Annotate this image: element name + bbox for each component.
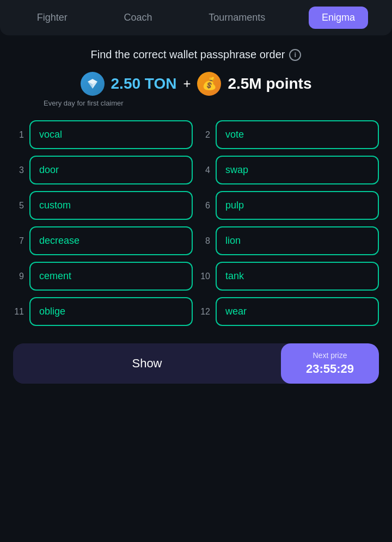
word-item: 8 lion	[199, 226, 379, 255]
info-icon[interactable]: i	[289, 49, 301, 61]
tab-tournaments[interactable]: Tournaments	[195, 7, 278, 29]
ton-icon	[81, 72, 105, 96]
word-box[interactable]: decrease	[29, 226, 193, 255]
show-button[interactable]: Show	[13, 343, 281, 384]
word-item: 12 wear	[199, 297, 379, 326]
word-item: 9 cement	[13, 262, 193, 291]
main-content: Find the correct wallet passphrase order…	[0, 48, 392, 384]
word-item: 7 decrease	[13, 226, 193, 255]
plus-sign: +	[183, 76, 191, 91]
word-box[interactable]: door	[29, 156, 193, 184]
bottom-bar: Show Next prize 23:55:29	[13, 343, 379, 384]
word-number: 6	[199, 201, 210, 211]
prize-subtitle: Every day for first claimer	[44, 99, 124, 107]
word-number: 1	[13, 130, 24, 140]
word-box[interactable]: oblige	[29, 297, 193, 326]
word-item: 11 oblige	[13, 297, 193, 326]
points-amount: 2.5M points	[228, 75, 311, 93]
coin-icon: 💰	[197, 72, 221, 96]
word-box[interactable]: tank	[216, 262, 379, 291]
word-box[interactable]: wear	[216, 297, 379, 326]
word-item: 3 door	[13, 156, 193, 184]
words-grid: 1 vocal 2 vote 3 door 4 swap 5 custom 6 …	[13, 120, 379, 326]
next-prize-panel: Next prize 23:55:29	[281, 343, 379, 384]
page-title: Find the correct wallet passphrase order	[91, 48, 285, 61]
word-box[interactable]: vocal	[29, 120, 193, 149]
tab-coach[interactable]: Coach	[111, 7, 166, 29]
word-item: 1 vocal	[13, 120, 193, 149]
word-number: 10	[199, 272, 210, 281]
word-item: 6 pulp	[199, 191, 379, 220]
word-item: 4 swap	[199, 156, 379, 184]
word-number: 5	[13, 201, 24, 211]
word-box[interactable]: swap	[216, 156, 379, 184]
word-box[interactable]: lion	[216, 226, 379, 255]
word-number: 4	[199, 165, 210, 175]
word-item: 10 tank	[199, 262, 379, 291]
prize-row: 2.50 TON + 💰 2.5M points	[81, 72, 312, 96]
tab-bar: Fighter Coach Tournaments Enigma	[0, 0, 392, 35]
word-number: 12	[199, 307, 210, 317]
word-number: 3	[13, 165, 24, 175]
word-number: 9	[13, 272, 24, 281]
ton-amount: 2.50 TON	[111, 75, 177, 93]
word-number: 8	[199, 236, 210, 246]
next-prize-label: Next prize	[313, 351, 347, 360]
tab-fighter[interactable]: Fighter	[24, 7, 81, 29]
word-box[interactable]: pulp	[216, 191, 379, 220]
word-box[interactable]: vote	[216, 120, 379, 149]
word-number: 2	[199, 130, 210, 140]
word-item: 2 vote	[199, 120, 379, 149]
word-box[interactable]: custom	[29, 191, 193, 220]
countdown-timer: 23:55:29	[306, 362, 354, 376]
word-box[interactable]: cement	[29, 262, 193, 291]
word-item: 5 custom	[13, 191, 193, 220]
word-number: 7	[13, 236, 24, 246]
tab-enigma[interactable]: Enigma	[309, 7, 368, 29]
word-number: 11	[13, 307, 24, 317]
page-title-row: Find the correct wallet passphrase order…	[91, 48, 302, 61]
